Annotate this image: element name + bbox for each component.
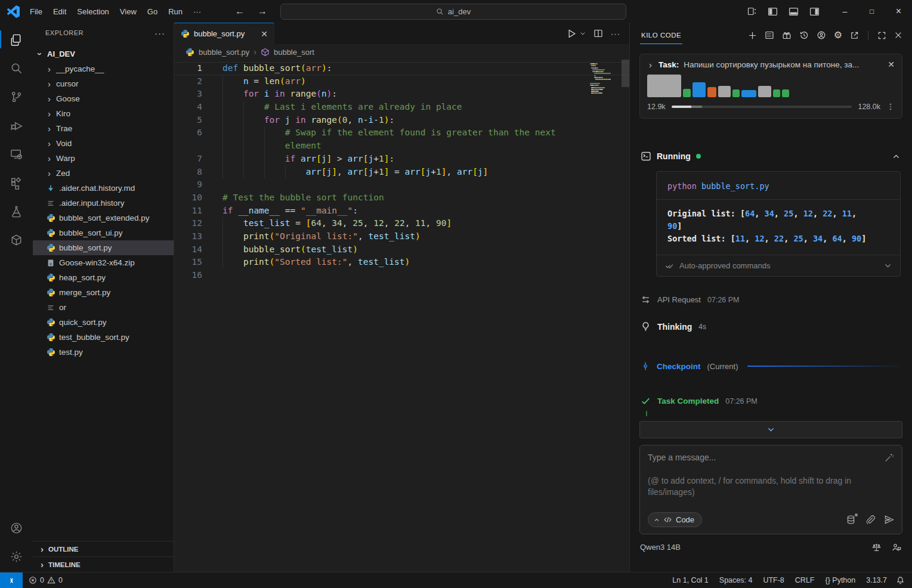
chevron-up-icon[interactable] bbox=[892, 153, 900, 160]
tree-root[interactable]: ›AI_DEV bbox=[33, 47, 174, 61]
search-view-icon[interactable] bbox=[0, 54, 33, 82]
send-icon[interactable] bbox=[884, 515, 894, 525]
menu-edit[interactable]: Edit bbox=[48, 7, 72, 16]
checkpoint-row[interactable]: Checkpoint (Current) bbox=[641, 361, 900, 371]
tree-row-goose[interactable]: ›Goose bbox=[33, 91, 174, 106]
mode-selector[interactable]: Code bbox=[648, 512, 702, 527]
extensions-icon[interactable] bbox=[0, 168, 33, 197]
status-spaces-4[interactable]: Spaces: 4 bbox=[714, 576, 758, 584]
new-task-icon[interactable] bbox=[748, 31, 757, 40]
scales-icon[interactable] bbox=[871, 542, 882, 552]
editor-more-actions[interactable]: ··· bbox=[611, 29, 620, 38]
command-center-search[interactable]: ai_dev bbox=[280, 4, 626, 20]
open-in-editor-icon[interactable] bbox=[850, 31, 859, 40]
settings-gear-icon[interactable] bbox=[0, 542, 33, 571]
package-cube-icon[interactable] bbox=[0, 225, 33, 254]
tree-row-void[interactable]: ›Void bbox=[33, 136, 174, 151]
expand-panel-icon[interactable] bbox=[877, 31, 886, 40]
source-control-icon[interactable] bbox=[0, 82, 33, 111]
problems-indicator[interactable]: 0 0 bbox=[29, 576, 63, 584]
tree-row-merge-sort-py[interactable]: merge_sort.py bbox=[33, 285, 174, 300]
tree-row-heap-sort-py[interactable]: heap_sort.py bbox=[33, 270, 174, 285]
tree-row--pycache-[interactable]: ›__pycache__ bbox=[33, 61, 174, 76]
code-line[interactable]: 9 bbox=[174, 178, 629, 191]
tree-row-bubble-sort-ui-py[interactable]: bubble_sort_ui.py bbox=[33, 225, 174, 240]
menu-run[interactable]: Run bbox=[163, 7, 188, 16]
tree-row-trae[interactable]: ›Trae bbox=[33, 121, 174, 136]
account-icon[interactable] bbox=[0, 513, 33, 542]
tree-row-test-py[interactable]: test.py bbox=[33, 345, 174, 360]
editor-scrollbar[interactable] bbox=[622, 60, 629, 87]
tab-close-icon[interactable]: ✕ bbox=[261, 29, 268, 39]
feedback-person-icon[interactable] bbox=[891, 542, 901, 552]
tree-row-bubble-sort-py[interactable]: bubble_sort.py bbox=[33, 240, 174, 255]
tree-row--aider-chat-history-md[interactable]: .aider.chat.history.md bbox=[33, 181, 174, 196]
tree-row-quick-sort-py[interactable]: quick_sort.py bbox=[33, 315, 174, 330]
close-panel-icon[interactable] bbox=[894, 31, 902, 39]
remote-explorer-icon[interactable] bbox=[0, 140, 33, 168]
code-line[interactable]: 6# Swap if the element found is greater … bbox=[174, 126, 629, 140]
menu-go[interactable]: Go bbox=[142, 7, 163, 16]
breadcrumb-symbol[interactable]: bubble_sort bbox=[274, 48, 314, 57]
tree-row-or[interactable]: or bbox=[33, 300, 174, 315]
outline-section[interactable]: › OUTLINE bbox=[33, 541, 174, 556]
auto-approved-row[interactable]: Auto-approved commands bbox=[657, 255, 900, 276]
model-selector[interactable]: Qwen3 14B bbox=[640, 543, 681, 552]
code-line[interactable]: 2n = len(arr) bbox=[174, 75, 629, 88]
menu-more[interactable]: ··· bbox=[188, 7, 206, 16]
settings-gear-icon[interactable]: ⚙ bbox=[834, 30, 842, 40]
account-icon[interactable] bbox=[817, 30, 826, 40]
status-3-13-7[interactable]: 3.13.7 bbox=[861, 576, 892, 584]
api-request-row[interactable]: API Request 07:26 PM bbox=[641, 295, 900, 305]
condense-context-icon[interactable] bbox=[886, 103, 895, 111]
forward-icon[interactable]: → bbox=[258, 7, 267, 16]
code-line[interactable]: 10# Test the bubble sort function bbox=[174, 191, 629, 205]
notifications-bell-icon[interactable] bbox=[892, 576, 912, 585]
status-ln-1-col-1[interactable]: Ln 1, Col 1 bbox=[667, 576, 713, 584]
code-line[interactable]: 16 bbox=[174, 269, 629, 282]
run-file-icon[interactable] bbox=[567, 29, 577, 39]
tree-row-goose-win32-x64-zip[interactable]: Goose-win32-x64.zip bbox=[33, 255, 174, 270]
code-line[interactable]: element bbox=[174, 140, 629, 153]
close-window-button[interactable]: × bbox=[885, 0, 912, 23]
history-icon[interactable] bbox=[799, 30, 809, 40]
mcp-servers-icon[interactable] bbox=[765, 30, 774, 40]
code-line[interactable]: 12test_list = [64, 34, 25, 12, 22, 11, 9… bbox=[174, 217, 629, 230]
breadcrumb-file[interactable]: bubble_sort.py bbox=[199, 48, 249, 57]
explorer-icon[interactable] bbox=[0, 25, 33, 54]
code-line[interactable]: 5for j in range(0, n-i-1): bbox=[174, 114, 629, 127]
tab-bubble-sort[interactable]: bubble_sort.py ✕ bbox=[174, 23, 274, 44]
marketplace-gift-icon[interactable] bbox=[782, 30, 792, 40]
code-line[interactable]: 3for i in range(n): bbox=[174, 88, 629, 101]
remote-indicator[interactable] bbox=[0, 572, 23, 588]
timeline-section[interactable]: › TIMELINE bbox=[33, 556, 174, 572]
customize-layout-icon[interactable] bbox=[747, 7, 757, 16]
run-dropdown-chevron-icon[interactable] bbox=[580, 30, 586, 36]
menu-view[interactable]: View bbox=[115, 7, 142, 16]
code-line[interactable]: 13print("Original list:", test_list) bbox=[174, 230, 629, 243]
code-editor[interactable]: 1def bubble_sort(arr):2n = len(arr)3for … bbox=[174, 60, 629, 572]
tree-row-zed[interactable]: ›Zed bbox=[33, 166, 174, 181]
toggle-left-sidebar-icon[interactable] bbox=[768, 7, 778, 17]
status--python[interactable]: {} Python bbox=[820, 576, 861, 584]
code-line[interactable]: 4# Last i elements are already in place bbox=[174, 101, 629, 114]
minimap[interactable] bbox=[590, 63, 620, 97]
toggle-bottom-panel-icon[interactable] bbox=[789, 7, 799, 17]
menu-selection[interactable]: Selection bbox=[72, 7, 114, 16]
chevron-right-icon[interactable]: › bbox=[647, 60, 654, 69]
testing-icon[interactable] bbox=[0, 197, 33, 225]
tree-row-test-bubble-sort-py[interactable]: test_bubble_sort.py bbox=[33, 330, 174, 345]
maximize-button[interactable]: □ bbox=[858, 0, 885, 23]
menu-file[interactable]: File bbox=[24, 7, 48, 16]
tree-row--aider-input-history[interactable]: .aider.input.history bbox=[33, 196, 174, 211]
toggle-right-sidebar-icon[interactable] bbox=[809, 7, 820, 17]
tree-row-warp[interactable]: ›Warp bbox=[33, 151, 174, 166]
run-debug-icon[interactable] bbox=[0, 111, 33, 140]
codebase-index-icon[interactable] bbox=[846, 515, 856, 525]
code-line[interactable]: 1def bubble_sort(arr): bbox=[174, 62, 629, 75]
minimize-button[interactable]: – bbox=[831, 0, 858, 23]
expand-response-bar[interactable] bbox=[639, 421, 902, 438]
code-line[interactable]: 15print("Sorted list:", test_list) bbox=[174, 256, 629, 269]
code-line[interactable]: 7if arr[j] > arr[j+1]: bbox=[174, 153, 629, 166]
back-icon[interactable]: ← bbox=[235, 7, 245, 16]
